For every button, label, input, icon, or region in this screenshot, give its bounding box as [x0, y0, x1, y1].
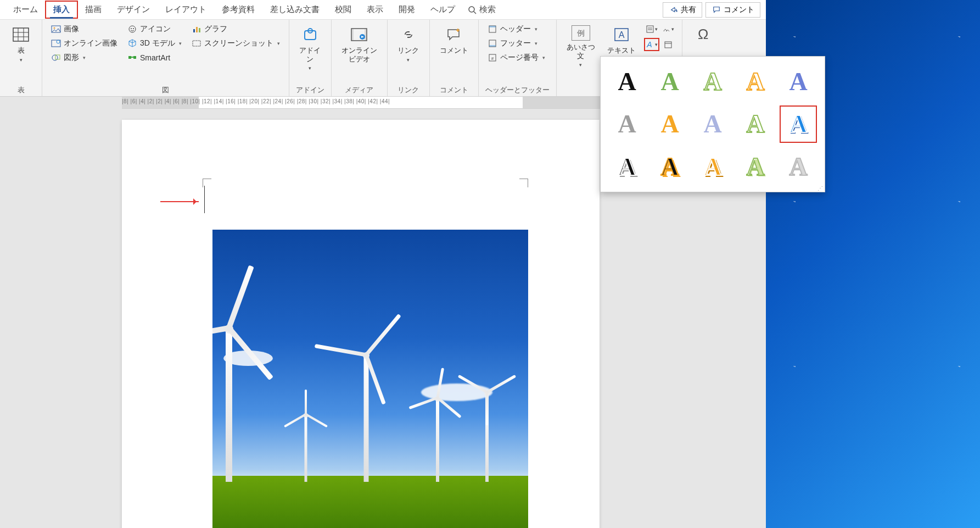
search-label: 検索: [479, 4, 496, 15]
annotation-arrow: [160, 201, 199, 202]
link-icon: [399, 25, 418, 44]
shapes-button[interactable]: 図形▾: [49, 52, 120, 64]
svg-text:#: #: [491, 56, 494, 61]
symbol-button[interactable]: Ω: [689, 23, 718, 46]
signature-button[interactable]: ▾: [661, 23, 675, 35]
pictures-button[interactable]: 画像: [49, 23, 120, 35]
quickparts-icon: [645, 24, 655, 34]
wordart-style-3[interactable]: A: [694, 63, 731, 100]
shapes-label: 図形: [64, 53, 79, 63]
svg-rect-18: [193, 29, 195, 32]
online-picture-icon: [51, 38, 61, 48]
tab-help[interactable]: ヘルプ: [423, 1, 463, 18]
svg-rect-24: [351, 29, 367, 41]
screenshot-button[interactable]: スクリーンショット▾: [189, 37, 282, 49]
wordart-style-4[interactable]: A: [737, 63, 774, 100]
tab-insert[interactable]: 挿入: [46, 1, 77, 18]
svg-rect-16: [128, 56, 131, 59]
new-comment-button[interactable]: コメント: [436, 23, 472, 57]
wordart-style-14[interactable]: A: [737, 148, 774, 185]
tab-draw[interactable]: 描画: [77, 1, 109, 18]
tab-view[interactable]: 表示: [359, 1, 391, 18]
text-cursor: [204, 186, 205, 213]
pagenumber-button[interactable]: #ページ番号▾: [485, 52, 547, 64]
tab-home[interactable]: ホーム: [5, 1, 46, 18]
group-media-label: メディア: [338, 84, 380, 95]
inserted-image[interactable]: [212, 230, 528, 528]
svg-text:A: A: [618, 30, 624, 40]
chart-button[interactable]: グラフ: [189, 23, 282, 35]
textbox-icon: A: [612, 25, 631, 44]
greeting-button[interactable]: 例 あいさつ 文▾: [563, 23, 598, 70]
group-illustrations: 画像 オンライン画像 図形▾ アイコン 3D モデル▾ SmartArt グラフ…: [42, 20, 289, 96]
link-button[interactable]: リンク▾: [394, 23, 423, 65]
tab-mailings[interactable]: 差し込み文書: [262, 1, 327, 18]
group-links-label: リンク: [394, 84, 423, 95]
pictures-label: 画像: [64, 24, 79, 34]
svg-point-10: [57, 40, 60, 43]
screenshot-label: スクリーンショット: [204, 38, 273, 48]
footer-icon: [488, 38, 497, 48]
svg-point-0: [469, 7, 474, 12]
icons-button[interactable]: アイコン: [125, 23, 184, 35]
page[interactable]: [122, 120, 600, 528]
smartart-icon: [127, 53, 137, 63]
table-button[interactable]: 表 ▾: [7, 23, 35, 65]
3dmodels-button[interactable]: 3D モデル▾: [125, 37, 184, 49]
svg-rect-25: [351, 29, 354, 41]
picture-icon: [51, 24, 61, 34]
svg-rect-19: [196, 27, 198, 32]
smartart-button[interactable]: SmartArt: [125, 52, 184, 64]
header-button[interactable]: ヘッダー▾: [485, 23, 547, 35]
online-pictures-button[interactable]: オンライン画像: [49, 37, 120, 49]
wordart-style-6[interactable]: A: [608, 105, 646, 142]
group-headerfooter: ヘッダー▾ フッター▾ #ページ番号▾ ヘッダーとフッター: [479, 20, 557, 96]
group-tables-label: 表: [7, 84, 35, 95]
svg-point-13: [129, 26, 136, 32]
new-comment-icon: [445, 25, 463, 44]
share-button[interactable]: 共有: [663, 2, 702, 18]
resize-grip-icon[interactable]: ⋰: [817, 185, 823, 191]
svg-rect-36: [647, 26, 653, 32]
header-icon: [488, 24, 497, 34]
tab-review[interactable]: 校閲: [327, 1, 359, 18]
footer-button[interactable]: フッター▾: [485, 37, 547, 49]
wordart-style-15[interactable]: A: [780, 148, 817, 185]
group-addins-label: アドイン: [296, 84, 324, 95]
group-addins: アドイ ン▾ アドイン: [289, 20, 332, 96]
header-label: ヘッダー: [500, 24, 531, 34]
tab-design[interactable]: デザイン: [109, 1, 158, 18]
wordart-style-11[interactable]: A: [608, 148, 646, 185]
wordart-style-12[interactable]: A: [651, 148, 688, 185]
tab-developer[interactable]: 開発: [391, 1, 423, 18]
search-box[interactable]: 検索: [463, 2, 500, 17]
wordart-style-9[interactable]: A: [737, 105, 774, 142]
wordart-style-10[interactable]: A: [780, 105, 817, 142]
wordart-style-1[interactable]: A: [608, 63, 646, 100]
wordart-style-8[interactable]: A: [694, 105, 731, 142]
quickparts-button[interactable]: ▾: [645, 23, 659, 35]
wordart-style-7[interactable]: A: [651, 105, 688, 142]
wordart-style-13[interactable]: A: [694, 148, 731, 185]
online-video-button[interactable]: オンライン ビデオ: [338, 23, 380, 65]
video-label: オンライン ビデオ: [341, 46, 377, 63]
wordart-style-5[interactable]: A: [780, 63, 817, 100]
online-pictures-label: オンライン画像: [64, 38, 117, 48]
group-tables: 表 ▾ 表: [0, 20, 42, 96]
pagenumber-icon: #: [488, 53, 497, 63]
svg-rect-26: [365, 29, 367, 41]
group-headerfooter-label: ヘッダーとフッター: [485, 84, 550, 95]
shapes-icon: [51, 53, 61, 63]
wordart-style-2[interactable]: A: [651, 63, 688, 100]
group-links: リンク▾ リンク: [388, 20, 430, 96]
datetime-button[interactable]: [661, 38, 675, 51]
ribbon-tabbar: ホーム 挿入 描画 デザイン レイアウト 参考資料 差し込み文書 校閲 表示 開…: [0, 0, 766, 20]
tab-references[interactable]: 参考資料: [214, 1, 262, 18]
group-comments: コメント コメント: [430, 20, 479, 96]
tab-layout[interactable]: レイアウト: [158, 1, 214, 18]
wordart-button[interactable]: A▾: [645, 38, 659, 51]
search-icon: [467, 5, 477, 15]
comment-button[interactable]: コメント: [705, 2, 760, 18]
chart-label: グラフ: [204, 24, 227, 34]
addins-button[interactable]: アドイ ン▾: [296, 23, 324, 74]
